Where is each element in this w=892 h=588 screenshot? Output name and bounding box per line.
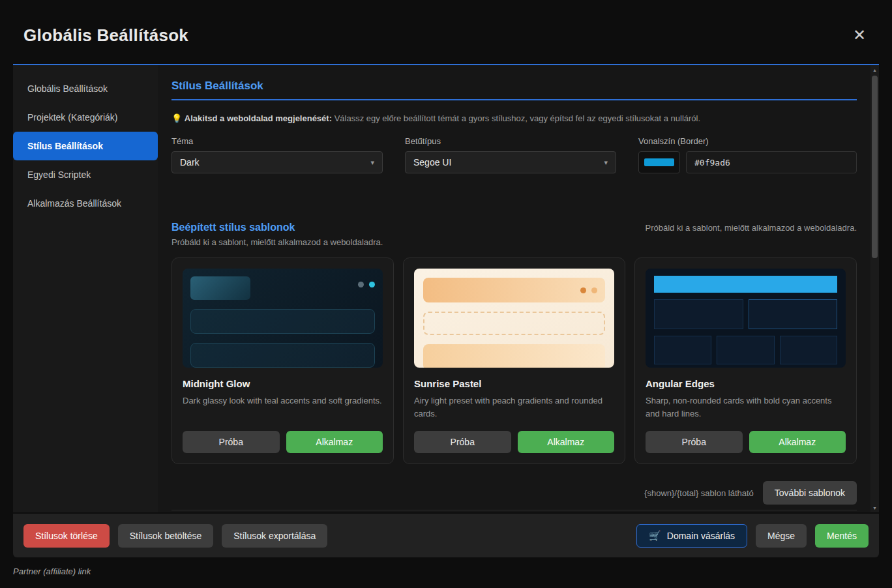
templates-note-right: Próbáld ki a sablont, mielőtt alkalmazod… bbox=[646, 223, 857, 233]
tip-text: Válassz egy előre beállított témát a gyo… bbox=[334, 113, 700, 123]
preview-dot bbox=[358, 282, 364, 287]
close-icon[interactable]: ✕ bbox=[850, 25, 869, 46]
sidebar-item-projects[interactable]: Projektek (Kategóriák) bbox=[13, 103, 158, 132]
try-button[interactable]: Próba bbox=[414, 431, 511, 453]
preview-box bbox=[654, 336, 711, 364]
preview-dot bbox=[580, 287, 586, 293]
template-name: Sunrise Pastel bbox=[414, 378, 614, 389]
preview-row bbox=[190, 309, 375, 334]
scrollbar[interactable]: ▲ ▼ bbox=[870, 65, 879, 512]
preview-row bbox=[190, 343, 375, 368]
settings-modal: Globális Beállítások ✕ Globális Beállítá… bbox=[13, 0, 879, 557]
border-color-label: Vonalszín (Border) bbox=[638, 136, 857, 146]
chevron-down-icon: ▾ bbox=[604, 158, 608, 167]
templates-title: Beépített stílus sablonok bbox=[171, 222, 295, 233]
theme-field: Téma Dark ▾ bbox=[171, 136, 383, 173]
buy-domain-label: Domain vásárlás bbox=[667, 531, 735, 541]
template-card-sunrise-pastel: Sunrise Pastel Airy light preset with pe… bbox=[403, 257, 625, 464]
preview-row bbox=[423, 312, 605, 335]
buy-domain-button[interactable]: 🛒 Domain vásárlás bbox=[636, 524, 747, 548]
template-description: Sharp, non-rounded cards with bold cyan … bbox=[646, 394, 846, 420]
preview-panel bbox=[654, 276, 837, 293]
style-tip: 💡 Alakitsd a weboldalad megjelenését: Vá… bbox=[171, 113, 857, 123]
scrollbar-thumb[interactable] bbox=[872, 76, 878, 258]
sidebar-item-global[interactable]: Globális Beállítások bbox=[13, 74, 158, 103]
templates-subtitle: Próbáld ki a sablont, mielőtt alkalmazod… bbox=[171, 237, 857, 247]
template-preview-angular bbox=[646, 269, 846, 368]
font-field: Betűtípus Segoe UI ▾ bbox=[405, 136, 616, 173]
preview-dot bbox=[591, 287, 597, 293]
sidebar-item-styles[interactable]: Stílus Beállítások bbox=[13, 132, 158, 160]
export-styles-button[interactable]: Stílusok exportálása bbox=[222, 524, 327, 548]
preview-panel bbox=[190, 276, 250, 300]
theme-label: Téma bbox=[171, 136, 383, 146]
template-description: Dark glassy look with teal accents and s… bbox=[183, 394, 383, 420]
templates-footer-row: {shown}/{total} sablon látható További s… bbox=[171, 481, 857, 510]
preview-row bbox=[423, 344, 605, 368]
tip-bold-text: Alakitsd a weboldalad megjelenését: bbox=[185, 113, 332, 123]
more-templates-button[interactable]: További sablonok bbox=[763, 481, 857, 505]
chevron-down-icon: ▾ bbox=[370, 158, 374, 167]
sidebar-item-app[interactable]: Alkalmazás Beállítások bbox=[13, 189, 158, 218]
template-name: Midnight Glow bbox=[183, 378, 383, 389]
settings-sidebar: Globális Beállítások Projektek (Kategóri… bbox=[13, 65, 158, 512]
template-cards: Midnight Glow Dark glassy look with teal… bbox=[171, 257, 857, 464]
apply-button[interactable]: Alkalmaz bbox=[749, 431, 846, 453]
templates-section: Beépített stílus sablonok Próbáld ki a s… bbox=[171, 222, 857, 510]
delete-styles-button[interactable]: Stílusok törlése bbox=[23, 524, 110, 548]
template-description: Airy light preset with peach gradients a… bbox=[414, 394, 614, 420]
template-name: Angular Edges bbox=[646, 378, 846, 389]
apply-button[interactable]: Alkalmaz bbox=[286, 431, 383, 453]
font-select-value: Segoe UI bbox=[413, 157, 451, 168]
sidebar-item-scripts[interactable]: Egyedi Scriptek bbox=[13, 160, 158, 189]
preview-box bbox=[749, 299, 838, 329]
style-settings-title: Stílus Beállítások bbox=[171, 80, 857, 100]
template-card-midnight-glow: Midnight Glow Dark glassy look with teal… bbox=[171, 257, 394, 464]
preview-box bbox=[654, 299, 743, 329]
font-select[interactable]: Segoe UI ▾ bbox=[405, 151, 616, 173]
partner-affiliate-link[interactable]: Partner (affiliate) link bbox=[13, 566, 892, 576]
style-fields: Téma Dark ▾ Betűtípus Segoe UI ▾ Vonalsz… bbox=[171, 136, 857, 173]
theme-select-value: Dark bbox=[180, 157, 200, 168]
border-color-input[interactable] bbox=[686, 151, 857, 173]
modal-titlebar: Globális Beállítások ✕ bbox=[13, 0, 879, 64]
preview-box bbox=[780, 336, 837, 364]
template-count-text: {shown}/{total} sablon látható bbox=[644, 488, 754, 498]
modal-body: Globális Beállítások Projektek (Kategóri… bbox=[13, 64, 879, 512]
border-color-field: Vonalszín (Border) bbox=[638, 136, 857, 173]
lightbulb-icon: 💡 bbox=[171, 113, 182, 123]
template-card-angular-edges: Angular Edges Sharp, non-rounded cards w… bbox=[634, 257, 857, 464]
font-label: Betűtípus bbox=[405, 136, 616, 146]
apply-button[interactable]: Alkalmaz bbox=[518, 431, 615, 453]
template-preview-sunrise bbox=[414, 269, 614, 368]
scroll-up-icon[interactable]: ▲ bbox=[870, 65, 879, 74]
preview-dot bbox=[369, 282, 375, 287]
load-styles-button[interactable]: Stílusok betöltése bbox=[118, 524, 214, 548]
template-preview-midnight bbox=[183, 269, 383, 368]
save-button[interactable]: Mentés bbox=[815, 524, 869, 548]
modal-title: Globális Beállítások bbox=[23, 25, 188, 46]
theme-select[interactable]: Dark ▾ bbox=[171, 151, 383, 173]
try-button[interactable]: Próba bbox=[646, 431, 743, 453]
scroll-down-icon[interactable]: ▼ bbox=[870, 503, 879, 512]
try-button[interactable]: Próba bbox=[183, 431, 280, 453]
color-picker-button[interactable] bbox=[638, 151, 680, 173]
modal-footer: Stílusok törlése Stílusok betöltése Stíl… bbox=[13, 514, 879, 557]
preview-panel bbox=[423, 278, 605, 302]
cancel-button[interactable]: Mégse bbox=[756, 524, 807, 548]
preview-box bbox=[717, 336, 774, 364]
settings-content: Stílus Beállítások 💡 Alakitsd a weboldal… bbox=[158, 65, 870, 512]
color-swatch bbox=[644, 158, 674, 166]
cart-icon: 🛒 bbox=[649, 530, 661, 542]
